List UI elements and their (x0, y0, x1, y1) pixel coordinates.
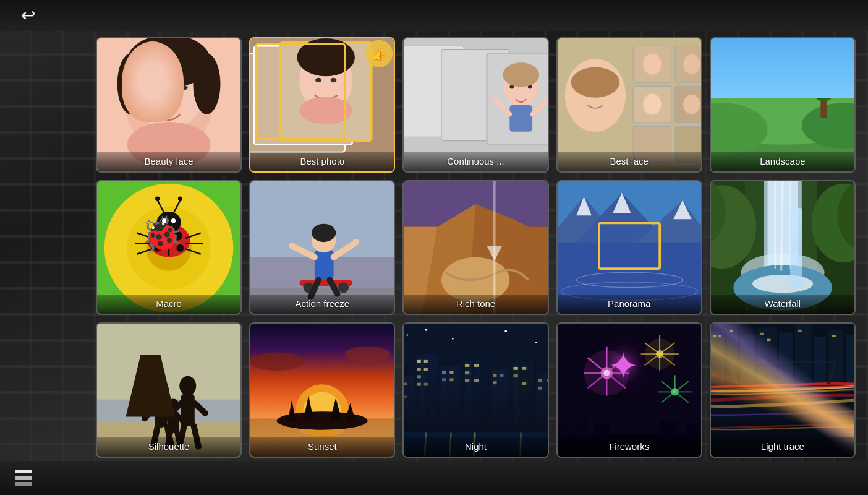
svg-rect-258 (660, 421, 676, 437)
mode-light-trace[interactable]: Light trace (710, 322, 856, 458)
mode-macro[interactable]: Macro (96, 180, 242, 316)
svg-point-28 (503, 62, 540, 87)
best-face-preview (558, 38, 701, 171)
svg-rect-276 (798, 330, 801, 332)
mode-panorama[interactable]: Panorama (556, 180, 702, 316)
svg-rect-257 (595, 424, 608, 437)
svg-rect-213 (538, 387, 542, 390)
svg-rect-265 (757, 327, 777, 384)
svg-rect-202 (500, 374, 504, 377)
svg-rect-206 (514, 367, 518, 370)
svg-rect-255 (558, 423, 569, 438)
svg-rect-183 (424, 383, 428, 386)
svg-rect-284 (15, 476, 32, 480)
svg-rect-188 (450, 371, 454, 374)
svg-point-43 (683, 54, 700, 74)
mode-rich-tone[interactable]: Rich tone (402, 180, 548, 316)
svg-rect-277 (832, 335, 836, 338)
svg-point-16 (299, 97, 352, 124)
svg-rect-214 (547, 379, 548, 382)
mode-sunset[interactable]: Sunset (249, 322, 395, 458)
svg-rect-193 (465, 364, 469, 367)
rich-tone-preview (404, 181, 547, 314)
svg-point-143 (168, 399, 180, 413)
mode-continuous[interactable]: Continuous ... (402, 37, 548, 173)
mode-fireworks[interactable]: Fireworks (556, 322, 702, 458)
svg-point-253 (644, 339, 674, 369)
beauty-face-preview (97, 38, 240, 171)
back-button[interactable]: ↩ (12, 4, 43, 27)
fireworks-preview (558, 324, 701, 457)
svg-rect-178 (417, 368, 421, 371)
svg-rect-273 (730, 330, 733, 332)
svg-line-125 (781, 181, 782, 271)
svg-point-14 (315, 78, 321, 82)
svg-rect-174 (404, 396, 407, 398)
svg-rect-182 (424, 368, 428, 371)
mode-night[interactable]: Night (402, 322, 548, 458)
svg-rect-196 (474, 364, 479, 367)
mode-best-photo[interactable]: 👍 Best photo (249, 37, 395, 173)
svg-rect-259 (686, 424, 700, 437)
svg-point-45 (683, 95, 700, 114)
svg-rect-275 (767, 339, 770, 342)
svg-rect-266 (779, 333, 793, 384)
mode-silhouette[interactable]: Silhouette (96, 322, 242, 458)
svg-line-227 (606, 358, 626, 374)
mode-beauty-face[interactable]: Beauty face (96, 37, 242, 173)
svg-text:👍: 👍 (372, 46, 387, 61)
svg-rect-200 (493, 374, 497, 377)
svg-point-13 (299, 48, 352, 112)
svg-rect-269 (828, 330, 843, 384)
svg-point-4 (180, 85, 187, 90)
action-freeze-label: Action freeze (250, 295, 394, 314)
svg-rect-270 (846, 335, 854, 385)
svg-rect-283 (15, 470, 32, 473)
svg-line-280 (730, 362, 737, 385)
svg-point-167 (535, 342, 537, 343)
best-photo-preview: 👍 (250, 38, 394, 171)
svg-rect-274 (760, 333, 764, 335)
fireworks-label: Fireworks (558, 437, 701, 457)
svg-point-3 (150, 85, 157, 90)
svg-rect-272 (718, 335, 721, 338)
mode-action-freeze[interactable]: Action freeze (249, 180, 395, 316)
svg-rect-179 (417, 376, 421, 379)
svg-rect-12 (281, 42, 372, 140)
silhouette-label: Silhouette (97, 437, 240, 457)
svg-point-165 (452, 338, 453, 340)
svg-rect-189 (450, 379, 454, 382)
action-freeze-preview (250, 181, 394, 314)
sunset-preview (250, 324, 394, 457)
svg-point-61 (156, 212, 181, 233)
silhouette-preview (97, 324, 240, 457)
mode-landscape[interactable]: Landscape (710, 37, 856, 173)
mode-best-face[interactable]: Best face (556, 37, 702, 173)
svg-rect-25 (510, 105, 533, 132)
svg-point-63 (155, 231, 164, 241)
mode-waterfall[interactable]: Waterfall (710, 180, 856, 316)
svg-point-67 (162, 218, 166, 223)
svg-rect-285 (15, 482, 32, 486)
svg-rect-11 (254, 46, 352, 144)
svg-point-251 (671, 389, 678, 396)
svg-point-42 (643, 54, 661, 75)
svg-rect-262 (711, 332, 725, 385)
mode-grid: Beauty face 👍 Best (96, 37, 856, 458)
svg-point-66 (176, 244, 184, 251)
svg-rect-208 (514, 375, 518, 378)
svg-point-7 (117, 54, 145, 114)
svg-rect-172 (404, 383, 407, 385)
waterfall-preview (711, 181, 854, 314)
svg-rect-260 (711, 324, 854, 457)
svg-rect-263 (726, 324, 738, 384)
svg-line-281 (828, 362, 835, 385)
svg-rect-194 (465, 372, 469, 375)
layers-button[interactable] (12, 463, 37, 493)
svg-point-65 (154, 244, 161, 251)
best-face-label: Best face (558, 152, 701, 171)
svg-point-8 (193, 54, 220, 114)
svg-rect-85 (315, 249, 334, 280)
svg-point-64 (173, 231, 182, 241)
svg-point-35 (571, 67, 619, 98)
